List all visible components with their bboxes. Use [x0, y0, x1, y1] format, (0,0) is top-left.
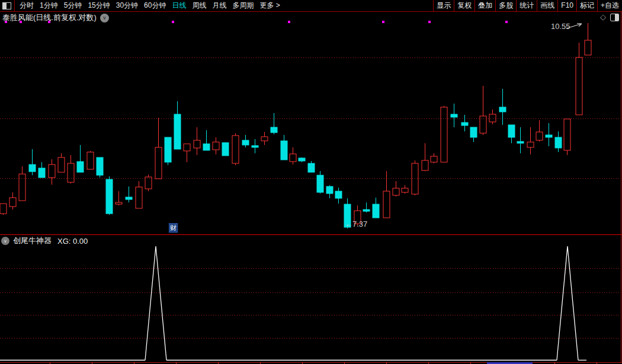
diamond-icon[interactable]: ◇ [600, 13, 606, 21]
title-row-icons: ◇ [600, 13, 619, 21]
chevron-down-icon[interactable]: ∨ [100, 14, 109, 22]
gridlines [0, 58, 620, 339]
low-price-label: ←7.37 [345, 220, 367, 228]
indicator-chevron-icon[interactable]: ∨ [1, 237, 9, 245]
stock-title: 泰胜风能(日线.前复权.对数) [2, 12, 97, 23]
indicator-name[interactable]: 创尾牛神器 [13, 236, 52, 246]
indicator-spikes [0, 246, 586, 360]
main-chart-candles [0, 23, 591, 228]
window-split-icon[interactable] [610, 14, 619, 21]
chart-title-row: 泰胜风能(日线.前复权.对数) ∨ [2, 12, 109, 23]
indicator-value: XG: 0.00 [57, 237, 88, 246]
frame-lines [0, 11, 622, 364]
high-price-label: 10.55 [551, 22, 570, 31]
app-window: 分时1分钟5分钟15分钟30分钟60分钟日线周线月线多周期更多 > 显示复权叠加… [0, 0, 622, 364]
financial-report-badge[interactable]: 财 [169, 223, 178, 233]
chart-canvas[interactable] [0, 0, 622, 364]
indicator-header: ∨ 创尾牛神器 XG: 0.00 [1, 236, 88, 246]
